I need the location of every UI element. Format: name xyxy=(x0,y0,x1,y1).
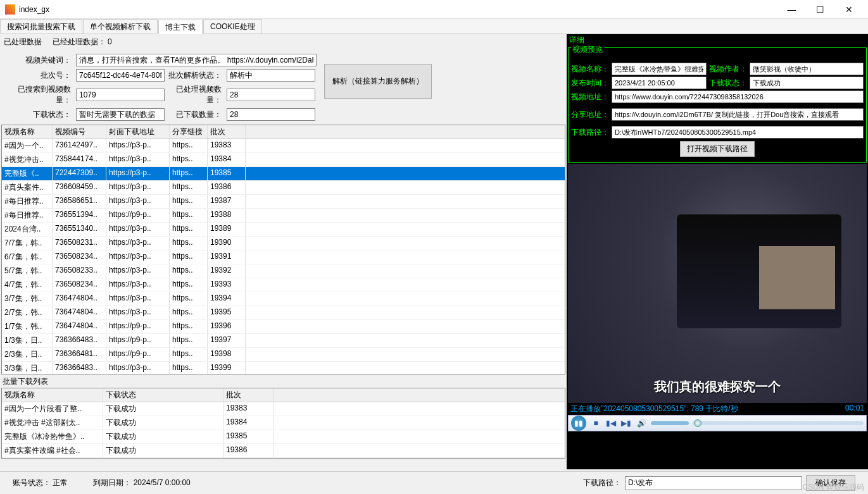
next-button[interactable]: ▶▮ xyxy=(620,417,632,429)
window-title: index_gx xyxy=(19,5,777,14)
pub-time-label: 发布时间： xyxy=(571,78,609,89)
video-controls: ▮▮ ■ ▮◀ ▶▮ 🔊 xyxy=(568,415,867,431)
dl-path-input[interactable] xyxy=(612,126,864,139)
col-header[interactable]: 批次 xyxy=(223,388,274,402)
dl-list-label: 批量下载列表 xyxy=(1,376,565,388)
pub-time-input[interactable] xyxy=(612,77,707,89)
col-header[interactable]: 视频名称 xyxy=(2,388,103,402)
tab-2[interactable]: 博主下载 xyxy=(158,20,203,34)
playing-text: 正在播放"2024050805300529515": 789 千比特/秒 xyxy=(570,404,738,414)
col-header[interactable]: 视频名称 xyxy=(2,125,53,139)
video-author-input[interactable] xyxy=(750,63,864,75)
seek-slider[interactable] xyxy=(693,421,864,425)
play-button[interactable]: ▮▮ xyxy=(571,416,586,431)
video-grid[interactable]: 视频名称视频编号封面下载地址分享链接批次#因为一个..736142497..ht… xyxy=(1,125,565,374)
download-grid[interactable]: 视频名称下载状态批次#因为一个片段看了整..下载成功19383#视觉冲击 #这部… xyxy=(1,388,565,459)
watermark: CSDN @短信源码 xyxy=(802,482,864,493)
processed-count-label: 已经处理数据： xyxy=(53,37,106,46)
table-row[interactable]: 2024台湾..736551340..https://p3-p..https..… xyxy=(2,223,565,237)
parse-button[interactable]: 解析（链接算力服务解析） xyxy=(324,64,432,99)
processed-video-label: 已处理视频数量： xyxy=(167,84,224,106)
table-row[interactable]: 6/7集，韩..736508234..https://p3-p..https..… xyxy=(2,250,565,264)
preview-title: 视频预览 xyxy=(571,44,604,55)
batch-input[interactable] xyxy=(76,69,165,82)
tab-0[interactable]: 搜索词批量搜索下载 xyxy=(0,19,82,34)
share-url-input[interactable] xyxy=(612,108,864,121)
maximize-button[interactable]: ☐ xyxy=(806,1,834,18)
table-row[interactable]: 4/7集，韩..736508234..https://p3-p..https..… xyxy=(2,278,565,292)
table-row[interactable]: 3/7集，韩..736474804..https://p3-p..https..… xyxy=(2,292,565,306)
dl-path-label: 下载路径： xyxy=(571,127,609,138)
table-row[interactable]: #因为一个片段看了整..下载成功19383 xyxy=(2,402,565,416)
footer-dlpath-label: 下载路径： xyxy=(583,478,621,488)
dl-status-label: 下载状态： xyxy=(4,109,73,120)
table-row[interactable]: #真头案件..736608459..https://p3-p..https..1… xyxy=(2,181,565,195)
dl-stat-label: 下载状态： xyxy=(709,78,747,89)
close-button[interactable]: ✕ xyxy=(834,1,863,18)
col-header[interactable]: 分享链接 xyxy=(170,125,208,139)
account-status: 账号状态： 正常 xyxy=(13,478,68,488)
expire-date: 到期日期： 2024/5/7 0:00:00 xyxy=(93,478,190,488)
footer-dlpath-input[interactable] xyxy=(625,476,802,490)
dl-count-input[interactable] xyxy=(227,108,315,121)
dl-stat-input[interactable] xyxy=(750,77,864,89)
dl-count-label: 已下载数量： xyxy=(167,109,224,120)
table-row[interactable]: #每日推荐电影 #因为..下载成功19387 xyxy=(2,458,565,459)
searched-input[interactable] xyxy=(76,89,165,101)
share-url-label: 分享地址： xyxy=(571,109,609,120)
footer-bar: 账号状态： 正常 到期日期： 2024/5/7 0:00:00 下载路径： 确认… xyxy=(0,471,868,494)
volume-icon[interactable]: 🔊 xyxy=(636,417,647,429)
volume-slider[interactable] xyxy=(651,421,689,425)
table-row[interactable]: #视觉冲击 #这部剧太..下载成功19384 xyxy=(2,416,565,430)
keyword-label: 视频关键词： xyxy=(4,55,73,66)
stop-button[interactable]: ■ xyxy=(590,417,601,429)
video-player[interactable]: 我们真的很难探究一个 xyxy=(568,164,867,403)
col-header[interactable]: 封面下载地址 xyxy=(106,125,170,139)
table-row[interactable]: 1/3集，日..736366483..https://p9-p..https..… xyxy=(2,334,565,348)
table-row[interactable]: #每日推荐..736551394..https://p9-p..https..1… xyxy=(2,209,565,223)
table-row[interactable]: 2/7集，韩..736474804..https://p3-p..https..… xyxy=(2,306,565,320)
dl-status-input[interactable] xyxy=(76,108,165,121)
video-url-label: 视频地址： xyxy=(571,92,609,102)
video-subtitle: 我们真的很难探究一个 xyxy=(568,378,867,395)
video-name-label: 视频名称： xyxy=(571,64,609,75)
processed-video-input[interactable] xyxy=(227,89,315,101)
form-area: 视频关键词： 批次号： 批次解析状态： 已搜索到视频数量： 已处理视频数量： 下… xyxy=(1,49,565,125)
table-row[interactable]: 1/7集，韩..736474804..https://p9-p..https..… xyxy=(2,320,565,334)
table-row[interactable]: 2/3集，日..736366481..https://p9-p..https..… xyxy=(2,348,565,362)
seek-thumb[interactable] xyxy=(694,419,701,427)
minimize-button[interactable]: — xyxy=(777,1,806,18)
table-row[interactable]: #每日推荐..736586651..https://p3-p..https..1… xyxy=(2,195,565,209)
main-tabs: 搜索词批量搜索下载单个视频解析下载博主下载COOKIE处理 xyxy=(0,19,868,34)
titlebar: index_gx — ☐ ✕ xyxy=(0,0,868,19)
parse-status-label: 批次解析状态： xyxy=(167,70,224,81)
prev-button[interactable]: ▮◀ xyxy=(605,417,617,429)
processed-count: 0 xyxy=(108,37,112,46)
table-row[interactable]: #视觉冲击..735844174..https://p3-p..https..1… xyxy=(2,153,565,167)
keyword-input[interactable] xyxy=(76,54,317,66)
video-author-label: 视频作者： xyxy=(709,64,747,75)
tab-1[interactable]: 单个视频解析下载 xyxy=(83,19,158,34)
searched-label: 已搜索到视频数量： xyxy=(4,84,73,106)
tab-3[interactable]: COOKIE处理 xyxy=(203,19,262,34)
batch-label: 批次号： xyxy=(4,70,73,81)
detail-panel-title: 详细 xyxy=(567,34,868,46)
col-header[interactable]: 批次 xyxy=(208,125,246,139)
video-status-bar: 正在播放"2024050805300529515": 789 千比特/秒 00:… xyxy=(568,403,867,415)
open-path-button[interactable]: 打开视频下载路径 xyxy=(680,141,755,157)
status-line: 已处理数据 已经处理数据： 0 xyxy=(1,35,565,49)
parse-status-input[interactable] xyxy=(227,69,315,82)
table-row[interactable]: 5/7集，韩..736508233..https://p3-p..https..… xyxy=(2,264,565,278)
table-row[interactable]: #因为一个..736142497..https://p3-p..https..1… xyxy=(2,139,565,153)
processed-label: 已处理数据 xyxy=(4,37,42,46)
col-header[interactable]: 视频编号 xyxy=(53,125,106,139)
video-url-input[interactable] xyxy=(612,90,864,103)
table-row[interactable]: 完整版《冰冷热带鱼》..下载成功19385 xyxy=(2,430,565,444)
col-header[interactable]: 下载状态 xyxy=(103,388,223,402)
app-icon xyxy=(5,4,15,15)
video-name-input[interactable] xyxy=(612,63,707,75)
table-row[interactable]: 3/3集，日..736366483..https://p3-p..https..… xyxy=(2,362,565,374)
table-row[interactable]: 7/7集，韩..736508231..https://p3-p..https..… xyxy=(2,237,565,250)
table-row[interactable]: 完整版《..722447309..https://p3-p..https..19… xyxy=(2,167,565,181)
table-row[interactable]: #真实案件改编 #社会..下载成功19386 xyxy=(2,444,565,458)
